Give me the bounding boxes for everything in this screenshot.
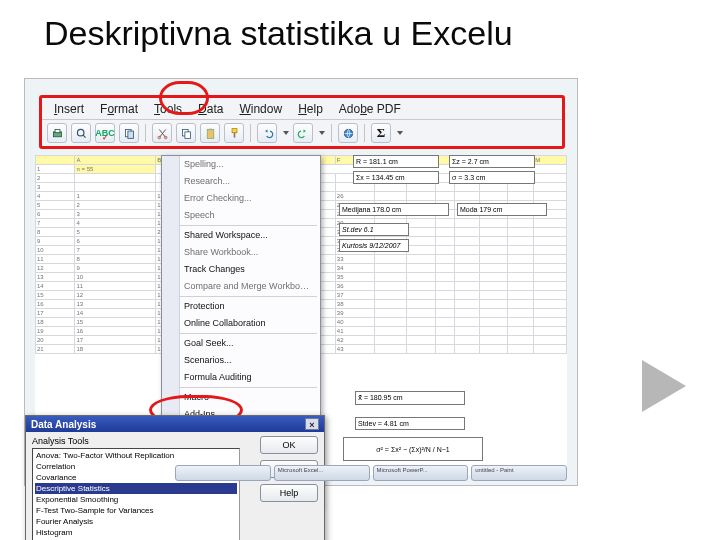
- print-icon[interactable]: [47, 123, 67, 143]
- menu-tools[interactable]: Tools: [148, 100, 188, 118]
- menu-window[interactable]: Window: [233, 100, 288, 118]
- autosum-icon[interactable]: Σ: [371, 123, 391, 143]
- stat-sdev: Stdev = 4.81 cm: [355, 417, 465, 430]
- taskbar-item[interactable]: Microsoft PowerP...: [373, 465, 469, 481]
- svg-rect-1: [55, 129, 60, 132]
- stat-mode: Moda 179 cm: [457, 203, 547, 216]
- research-icon[interactable]: [119, 123, 139, 143]
- tools-menu-item[interactable]: Macro: [162, 389, 320, 406]
- slide-title: Deskriptivna statistika u Excelu: [0, 0, 720, 59]
- autosum-dropdown-icon[interactable]: [397, 131, 403, 135]
- cut-icon[interactable]: [152, 123, 172, 143]
- svg-rect-10: [207, 129, 214, 138]
- stat-R: R = 181.1 cm: [353, 155, 439, 168]
- tools-menu-item: Share Workbook...: [162, 244, 320, 261]
- analysis-tool-option[interactable]: Anova: Two-Factor Without Replication: [35, 450, 237, 461]
- menu-data[interactable]: Data: [192, 100, 229, 118]
- dialog-title: Data Analysis: [31, 419, 96, 430]
- help-button[interactable]: Help: [260, 484, 318, 502]
- tools-menu-item: Compare and Merge Workbooks...: [162, 278, 320, 295]
- tools-menu-item[interactable]: Goal Seek...: [162, 335, 320, 352]
- tools-menu-item[interactable]: Formula Auditing: [162, 369, 320, 386]
- analysis-tool-option[interactable]: Descriptive Statistics: [35, 483, 237, 494]
- stat-ex: Σx = 134.45 cm: [353, 171, 439, 184]
- redo-icon[interactable]: [293, 123, 313, 143]
- next-slide-arrow-icon[interactable]: [642, 360, 686, 412]
- analysis-tools-listbox[interactable]: Anova: Two-Factor Without ReplicationCor…: [32, 448, 240, 540]
- tools-menu-item[interactable]: Scenarios...: [162, 352, 320, 369]
- tools-menu-item[interactable]: Protection: [162, 298, 320, 315]
- analysis-tool-option[interactable]: F-Test Two-Sample for Variances: [35, 505, 237, 516]
- copy-icon[interactable]: [176, 123, 196, 143]
- undo-dropdown-icon[interactable]: [283, 131, 289, 135]
- tools-menu-item: Speech: [162, 207, 320, 224]
- tools-menu-item: Error Checking...: [162, 190, 320, 207]
- tools-menu-item[interactable]: Track Changes: [162, 261, 320, 278]
- stat-stdev: St.dev 6.1: [339, 223, 409, 236]
- svg-rect-13: [233, 132, 235, 137]
- stat-formula: σ² = Σx² − (Σx)²/N / N−1: [343, 437, 483, 461]
- svg-rect-5: [127, 131, 133, 138]
- excel-screenshot: ABCDEFGHIJKLM 1n = 55 2 3 4117526 52148-…: [24, 78, 578, 486]
- menu-adobe-pdf[interactable]: Adobe PDF: [333, 100, 407, 118]
- stat-ez: Σz = 2.7 cm: [449, 155, 535, 168]
- taskbar: Microsoft Excel... Microsoft PowerP... u…: [175, 465, 567, 481]
- stat-median: Medijana 178.0 cm: [339, 203, 449, 216]
- svg-point-2: [77, 129, 84, 136]
- redo-dropdown-icon[interactable]: [319, 131, 325, 135]
- menu-help[interactable]: Help: [292, 100, 329, 118]
- analysis-tool-option[interactable]: Histogram: [35, 527, 237, 538]
- svg-rect-12: [232, 128, 237, 132]
- tools-menu-item: Research...: [162, 173, 320, 190]
- hyperlink-icon[interactable]: [338, 123, 358, 143]
- stat-kurt: Kurtosis 9/12/2007: [339, 239, 409, 252]
- tools-menu-item: Spelling...: [162, 156, 320, 173]
- menu-format[interactable]: Format: [94, 100, 144, 118]
- undo-icon[interactable]: [257, 123, 277, 143]
- menu-insert[interactable]: Insert: [48, 100, 90, 118]
- stat-mean: x̄ = 180.95 cm: [355, 391, 465, 405]
- stat-sigma: σ = 3.3 cm: [449, 171, 535, 184]
- preview-icon[interactable]: [71, 123, 91, 143]
- analysis-tool-option[interactable]: Exponential Smoothing: [35, 494, 237, 505]
- svg-rect-11: [208, 128, 211, 130]
- spellcheck-icon[interactable]: ABC✓: [95, 123, 115, 143]
- ok-button[interactable]: OK: [260, 436, 318, 454]
- tools-menu-item[interactable]: Shared Workspace...: [162, 227, 320, 244]
- format-painter-icon[interactable]: [224, 123, 244, 143]
- close-icon[interactable]: ×: [305, 418, 319, 430]
- taskbar-item[interactable]: [175, 465, 271, 481]
- menubar[interactable]: Insert Format Tools Data Window Help Ado…: [42, 98, 562, 118]
- svg-rect-9: [184, 131, 190, 138]
- standard-toolbar: ABC✓ Σ: [42, 119, 562, 146]
- analysis-tool-option[interactable]: Fourier Analysis: [35, 516, 237, 527]
- menubar-highlight-box: Insert Format Tools Data Window Help Ado…: [39, 95, 565, 149]
- svg-line-3: [83, 135, 85, 137]
- paste-icon[interactable]: [200, 123, 220, 143]
- taskbar-item[interactable]: Microsoft Excel...: [274, 465, 370, 481]
- taskbar-item[interactable]: untitled - Paint: [471, 465, 567, 481]
- tools-menu-item[interactable]: Online Collaboration: [162, 315, 320, 332]
